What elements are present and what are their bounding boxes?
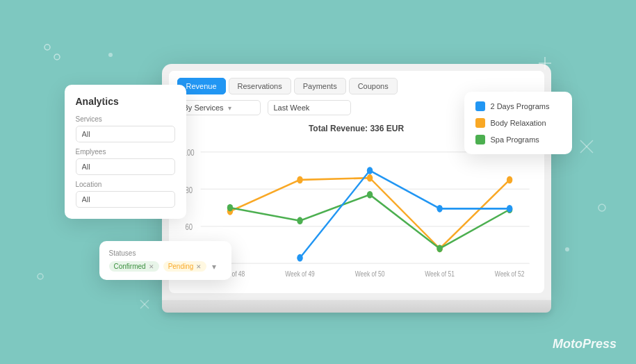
sidebar-panel: Analytics Services All Emplyees All Loca… [65,85,186,219]
services-section: Services All [76,115,175,142]
svg-text:Week of 51: Week of 51 [425,270,455,278]
location-label: Location [76,181,175,188]
svg-point-42 [437,205,442,213]
by-services-filter[interactable]: By Services ▾ [177,100,261,115]
legend-label-2: Spa Programs [491,135,539,144]
tab-coupons[interactable]: Coupons [349,78,398,94]
by-services-chevron-icon: ▾ [228,104,231,112]
svg-text:Week of 52: Week of 52 [494,270,524,278]
statuses-panel: Statuses Confirmed ✕ Pending ✕ ▾ [99,241,231,280]
legend-item-0: 2 Days Programs [475,101,561,111]
legend-item-1: Body Relaxation [475,118,561,128]
brand-logo: MotoPress [553,337,617,351]
svg-text:Week of 49: Week of 49 [285,270,315,278]
legend-item-2: Spa Programs [475,135,561,144]
svg-line-7 [580,140,593,153]
svg-text:60: 60 [185,222,193,231]
services-label: Services [76,115,175,123]
by-services-label: By Services [184,104,224,112]
laptop-base [162,300,551,313]
employees-section: Emplyees All [76,148,175,175]
chart-svg: 100 80 60 Week of 48 Week of 49 Week of … [180,139,533,288]
svg-text:Week of 50: Week of 50 [354,270,384,278]
statuses-chevron-icon[interactable]: ▾ [212,262,216,272]
services-dropdown[interactable]: All [76,126,175,142]
confirmed-tag-label: Confirmed [114,263,146,270]
scene: Analytics Services All Emplyees All Loca… [58,36,579,328]
svg-point-34 [506,176,512,184]
svg-point-35 [227,204,232,212]
svg-point-40 [297,254,302,262]
statuses-tags: Confirmed ✕ Pending ✕ ▾ [109,261,222,272]
employees-label: Emplyees [76,148,175,156]
employees-dropdown[interactable]: All [76,158,175,175]
svg-point-41 [366,167,372,174]
legend-panel: 2 Days Programs Body Relaxation Spa Prog… [464,92,572,154]
svg-point-12 [598,204,605,211]
period-filter[interactable]: Last Week [268,100,351,115]
svg-point-32 [366,174,372,182]
pending-tag[interactable]: Pending ✕ [163,261,207,272]
tabs-bar: Revenue Reservations Payments Coupons [169,71,544,94]
confirmed-tag-close[interactable]: ✕ [149,263,154,270]
svg-line-6 [580,140,593,153]
svg-point-36 [297,217,302,224]
tab-reservations[interactable]: Reservations [229,78,291,94]
period-label: Last Week [274,104,310,112]
legend-color-green [475,135,485,144]
svg-point-37 [366,191,372,199]
pending-tag-label: Pending [168,263,194,270]
svg-point-0 [44,44,50,50]
legend-label-1: Body Relaxation [491,119,546,127]
confirmed-tag[interactable]: Confirmed ✕ [109,261,159,272]
location-section: Location All [76,181,175,208]
legend-color-blue [475,101,485,111]
sidebar-title: Analytics [76,96,175,107]
pending-tag-close[interactable]: ✕ [196,263,202,270]
legend-color-yellow [475,118,485,128]
svg-point-38 [437,245,442,252]
tab-payments[interactable]: Payments [294,78,346,94]
statuses-label: Statuses [109,249,222,257]
location-dropdown[interactable]: All [76,191,175,208]
svg-point-13 [38,274,43,279]
svg-point-31 [297,176,302,184]
svg-point-43 [506,205,512,213]
legend-label-0: 2 Days Programs [491,102,550,110]
